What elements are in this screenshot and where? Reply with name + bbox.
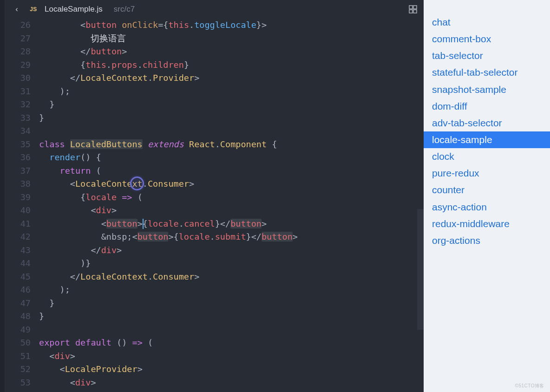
split-editor-icon[interactable] — [409, 5, 417, 13]
line-number: 29 — [5, 59, 31, 72]
editor-pane: ‹ JS LocaleSample.js src/c7 262728293031… — [0, 0, 424, 392]
watermark: ©51CTO博客 — [515, 383, 544, 389]
line-number: 40 — [5, 204, 31, 217]
line-number: 35 — [5, 138, 31, 151]
code-line[interactable]: </LocaleContext.Provider> — [39, 72, 424, 85]
line-number: 36 — [5, 151, 31, 164]
line-number: 38 — [5, 177, 31, 191]
back-button[interactable]: ‹ — [11, 5, 22, 14]
code-line[interactable]: {this.props.children} — [39, 59, 424, 72]
scrollbar-thumb[interactable] — [417, 209, 424, 330]
line-number: 37 — [5, 164, 31, 178]
route-link-counter[interactable]: counter — [424, 182, 550, 198]
code-line[interactable]: </div> — [39, 244, 424, 257]
code-line[interactable]: <button>{locale.cancel}</button> — [39, 217, 424, 231]
line-number: 28 — [5, 45, 31, 59]
code-line[interactable]: return ( — [39, 164, 424, 178]
code-line[interactable]: <button onClick={this.toggleLocale}> — [39, 19, 424, 32]
line-number: 49 — [5, 323, 31, 337]
code-line[interactable]: } — [39, 98, 424, 111]
line-number: 46 — [5, 283, 31, 297]
code-line[interactable]: <div> — [39, 204, 424, 217]
code-line[interactable]: render() { — [39, 151, 424, 164]
activity-bar — [0, 0, 5, 392]
svg-rect-0 — [409, 6, 412, 9]
code-line[interactable]: <div> — [39, 350, 424, 363]
route-link-dom-diff[interactable]: dom-diff — [424, 98, 550, 115]
code-line[interactable] — [39, 124, 424, 138]
code-line[interactable]: export default () => ( — [39, 336, 424, 350]
route-link-snapshot-sample[interactable]: snapshot-sample — [424, 81, 550, 98]
code-line[interactable]: <div> — [39, 376, 424, 390]
code-line[interactable]: 切换语言 — [39, 32, 424, 46]
line-number: 30 — [5, 72, 31, 85]
line-number: 50 — [5, 336, 31, 350]
code-line[interactable]: {locale => ( — [39, 191, 424, 204]
route-link-clock[interactable]: clock — [424, 148, 550, 165]
line-number: 43 — [5, 244, 31, 257]
code-line[interactable]: &nbsp;<button>{locale.submit}</button> — [39, 230, 424, 244]
code-line[interactable]: </LocaleContext.Consumer> — [39, 270, 424, 284]
code-line[interactable]: <LocaleContext.Consumer> — [39, 177, 424, 191]
line-number: 33 — [5, 111, 31, 125]
line-number-gutter: 2627282930313233343536373839404142434445… — [5, 19, 39, 392]
route-link-pure-redux[interactable]: pure-redux — [424, 165, 550, 182]
text-caret — [143, 219, 144, 229]
tab-title[interactable]: LocaleSample.js — [45, 5, 103, 14]
filetype-badge: JS — [29, 6, 38, 13]
route-link-async-action[interactable]: async-action — [424, 199, 550, 216]
line-number: 39 — [5, 191, 31, 204]
code-line[interactable]: } — [39, 297, 424, 310]
line-number: 42 — [5, 230, 31, 244]
line-number: 52 — [5, 363, 31, 376]
code-line[interactable]: } — [39, 111, 424, 125]
code-line[interactable] — [39, 323, 424, 337]
route-link-comment-box[interactable]: comment-box — [424, 31, 550, 47]
code-line[interactable]: class LocaledButtons extends React.Compo… — [39, 138, 424, 151]
svg-rect-1 — [413, 6, 417, 9]
line-number: 26 — [5, 19, 31, 32]
route-list-panel: chatcomment-boxtab-selectorstateful-tab-… — [424, 0, 550, 392]
line-number: 48 — [5, 310, 31, 323]
line-number: 47 — [5, 297, 31, 310]
line-number: 41 — [5, 217, 31, 231]
route-link-stateful-tab-selector[interactable]: stateful-tab-selector — [424, 64, 550, 81]
svg-rect-3 — [413, 10, 417, 13]
code-content[interactable]: <button onClick={this.toggleLocale}> 切换语… — [39, 19, 424, 392]
route-link-tab-selector[interactable]: tab-selector — [424, 47, 550, 64]
line-number: 51 — [5, 350, 31, 363]
code-line[interactable]: } — [39, 310, 424, 323]
tab-bar: ‹ JS LocaleSample.js src/c7 — [0, 0, 424, 19]
line-number: 45 — [5, 270, 31, 284]
svg-rect-2 — [409, 10, 412, 13]
code-line[interactable]: <LocaleProvider> — [39, 363, 424, 376]
route-link-locale-sample[interactable]: locale-sample — [424, 131, 550, 148]
code-area[interactable]: 2627282930313233343536373839404142434445… — [5, 19, 424, 392]
route-link-org-actions[interactable]: org-actions — [424, 232, 550, 249]
code-line[interactable]: ); — [39, 283, 424, 297]
line-number: 44 — [5, 257, 31, 270]
line-number: 34 — [5, 124, 31, 138]
line-number: 53 — [5, 376, 31, 390]
route-link-redux-middleware[interactable]: redux-middleware — [424, 216, 550, 232]
line-number: 32 — [5, 98, 31, 111]
line-number: 31 — [5, 85, 31, 98]
route-link-adv-tab-selector[interactable]: adv-tab-selector — [424, 115, 550, 131]
code-line[interactable]: </button> — [39, 45, 424, 59]
code-line[interactable]: ); — [39, 85, 424, 98]
code-line[interactable]: )} — [39, 257, 424, 270]
line-number: 27 — [5, 32, 31, 46]
route-link-chat[interactable]: chat — [424, 14, 550, 31]
breadcrumb[interactable]: src/c7 — [114, 5, 135, 14]
